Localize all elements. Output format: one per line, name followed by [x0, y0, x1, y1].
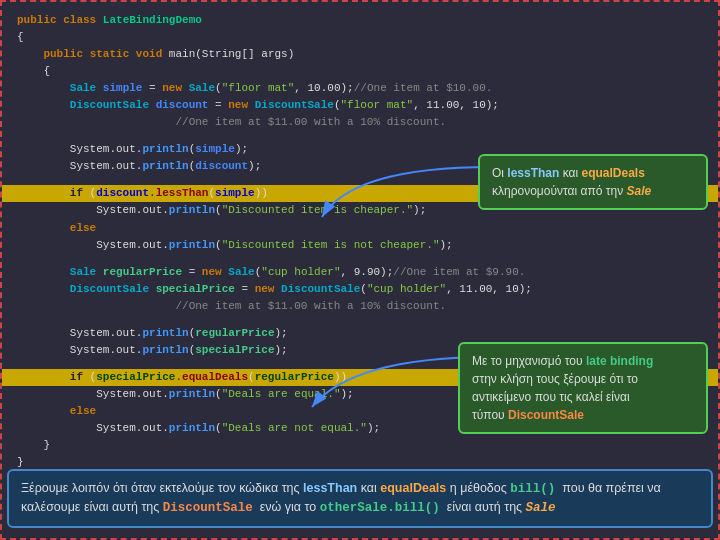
- tooltip-1-text: Οι lessThan και equalDeals κληρονομούντα…: [492, 166, 651, 198]
- line-3: public static void main(String[] args): [17, 46, 703, 63]
- line-17: System.out.println(regularPrice);: [17, 325, 703, 342]
- tooltip-2-text: Με το μηχανισμό του late bindingστην κλή…: [472, 354, 653, 422]
- line-2: {: [17, 29, 703, 46]
- line-6: DiscountSale discount = new DiscountSale…: [17, 97, 703, 114]
- tooltip-2: Με το μηχανισμό του late bindingστην κλή…: [458, 342, 708, 434]
- line-15: DiscountSale specialPrice = new Discount…: [17, 281, 703, 298]
- main-container: public class LateBindingDemo { public st…: [0, 0, 720, 540]
- line-23: }: [17, 437, 703, 454]
- line-4: {: [17, 63, 703, 80]
- line-12: else: [17, 220, 703, 237]
- tooltip-3: Ξέρουμε λοιπόν ότι όταν εκτελούμε τον κώ…: [7, 469, 713, 529]
- line-1: public class LateBindingDemo: [17, 12, 703, 29]
- tooltip-1: Οι lessThan και equalDeals κληρονομούντα…: [478, 154, 708, 210]
- line-16: //One item at $11.00 with a 10% discount…: [17, 298, 703, 315]
- line-14: Sale regularPrice = new Sale("cup holder…: [17, 264, 703, 281]
- line-13: System.out.println("Discounted item is n…: [17, 237, 703, 254]
- tooltip-3-text: Ξέρουμε λοιπόν ότι όταν εκτελούμε τον κώ…: [21, 481, 661, 515]
- line-7: //One item at $11.00 with a 10% discount…: [17, 114, 703, 131]
- line-5: Sale simple = new Sale("floor mat", 10.0…: [17, 80, 703, 97]
